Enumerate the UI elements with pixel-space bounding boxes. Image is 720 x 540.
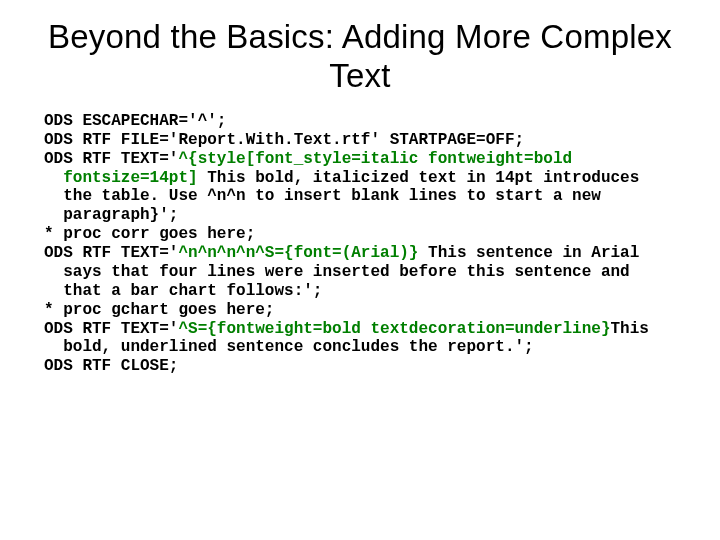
code-line-8: ODS RTF CLOSE; <box>44 357 676 376</box>
code-l5e: '; <box>303 282 322 300</box>
code-l3a: ODS RTF TEXT=' <box>44 150 178 168</box>
code-l7d: '; <box>514 338 533 356</box>
code-block: ODS ESCAPECHAR='^';ODS RTF FILE='Report.… <box>44 112 676 376</box>
code-l5a: ODS RTF TEXT=' <box>44 244 178 262</box>
code-l5c: ^S={font=(Arial)} <box>255 244 418 262</box>
code-line-2: ODS RTF FILE='Report.With.Text.rtf' STAR… <box>44 131 676 150</box>
code-line-7: ODS RTF TEXT='^S={fontweight=bold textde… <box>44 320 676 358</box>
slide-title: Beyond the Basics: Adding More Complex T… <box>44 18 676 96</box>
code-line-3: ODS RTF TEXT='^{style[font_style=italic … <box>44 150 676 226</box>
code-line-5: ODS RTF TEXT='^n^n^n^n^S={font=(Arial)} … <box>44 244 676 301</box>
code-line-1: ODS ESCAPECHAR='^'; <box>44 112 676 131</box>
code-line-4: * proc corr goes here; <box>44 225 676 244</box>
code-l7b: ^S={fontweight=bold textdecoration=under… <box>178 320 610 338</box>
code-line-6: * proc gchart goes here; <box>44 301 676 320</box>
code-l7a: ODS RTF TEXT=' <box>44 320 178 338</box>
code-l3d: '; <box>159 206 178 224</box>
code-l5b: ^n^n^n^n <box>178 244 255 262</box>
slide: Beyond the Basics: Adding More Complex T… <box>0 0 720 540</box>
